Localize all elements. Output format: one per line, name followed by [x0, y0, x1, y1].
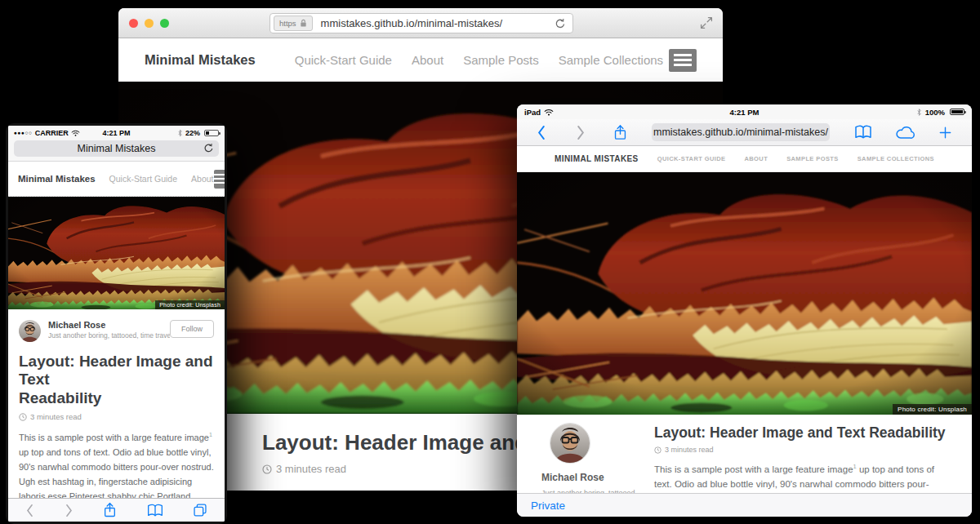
- nav-sample-collections[interactable]: Sample Collections: [858, 155, 934, 162]
- zoom-window-button[interactable]: [160, 19, 169, 28]
- site-brand-link[interactable]: Minimal Mistakes: [145, 52, 256, 68]
- carrier-label: CARRIER: [35, 129, 69, 137]
- nav-about[interactable]: About: [191, 174, 213, 184]
- desktop-site-nav: Minimal Mistakes Quick-Start Guide About…: [118, 38, 723, 82]
- iphone-bottom-toolbar: [8, 498, 225, 522]
- address-bar[interactable]: https mmistakes.github.io/minimal-mistak…: [270, 13, 573, 33]
- status-time: 4:21 PM: [730, 108, 760, 117]
- post-meta: 3 minutes read: [654, 446, 939, 454]
- ipad-device: iPad 4:21 PM 100%: [517, 104, 972, 517]
- ipad-address-field[interactable]: mmistakes.github.io/minimal-mistakes/: [652, 123, 830, 141]
- minimize-window-button[interactable]: [145, 19, 154, 28]
- ipad-browser-toolbar: mmistakes.github.io/minimal-mistakes/: [517, 119, 972, 146]
- leaves-photo: [8, 197, 225, 309]
- share-icon[interactable]: [613, 124, 627, 141]
- nav-sample-collections[interactable]: Sample Collections: [559, 53, 663, 67]
- clock-icon: [19, 413, 27, 421]
- clock-icon: [262, 464, 272, 474]
- icloud-tabs-icon[interactable]: [895, 126, 915, 140]
- nav-about[interactable]: About: [744, 155, 768, 162]
- nav-about[interactable]: About: [412, 53, 443, 67]
- private-button[interactable]: Private: [531, 500, 565, 512]
- status-time: 4:21 PM: [103, 129, 131, 137]
- nav-sample-posts[interactable]: Sample Posts: [463, 53, 539, 67]
- footnote-ref[interactable]: 1: [209, 433, 212, 439]
- tabs-icon[interactable]: [193, 503, 207, 517]
- ipad-status-bar: iPad 4:21 PM 100%: [517, 104, 972, 119]
- nav-quick-start-guide[interactable]: Quick-Start Guide: [657, 155, 726, 162]
- url-text: mmistakes.github.io/minimal-mistakes/: [653, 127, 828, 138]
- nav-sample-posts[interactable]: Sample Posts: [786, 155, 839, 162]
- leaves-photo: [517, 172, 972, 415]
- iphone-urlbar: Minimal Mistakes: [8, 140, 225, 162]
- page-title: Minimal Mistakes: [78, 143, 156, 154]
- iphone-article: Michael Rose Just another boring, tattoo…: [8, 309, 225, 522]
- menu-icon[interactable]: [214, 170, 225, 189]
- reload-icon[interactable]: [555, 18, 566, 29]
- read-time: 3 minutes read: [665, 446, 714, 454]
- menu-icon[interactable]: [669, 49, 697, 72]
- forward-chevron-icon[interactable]: [65, 504, 74, 517]
- feature-image: Photo credit: Unsplash: [8, 197, 225, 309]
- iphone-device: ●●●○○ CARRIER 4:21 PM 22% Mini: [6, 123, 227, 524]
- read-time: 3 minutes read: [276, 463, 346, 475]
- fullscreen-arrows-icon[interactable]: [700, 16, 713, 29]
- avatar: [550, 423, 590, 464]
- url-text: mmistakes.github.io/minimal-mistakes/: [313, 17, 555, 29]
- share-icon[interactable]: [103, 502, 117, 518]
- desktop-titlebar: https mmistakes.github.io/minimal-mistak…: [118, 8, 723, 38]
- wifi-icon: [71, 130, 80, 136]
- author-row: Michael Rose Just another boring, tattoo…: [19, 320, 214, 342]
- battery-icon: [950, 109, 964, 115]
- post-meta: 3 minutes read: [19, 412, 214, 421]
- iphone-screen: ●●●○○ CARRIER 4:21 PM 22% Mini: [8, 126, 225, 522]
- feature-image: Photo credit: Unsplash: [517, 172, 972, 415]
- bluetooth-icon: [916, 108, 922, 117]
- reload-icon[interactable]: [203, 143, 214, 153]
- clock-icon: [654, 446, 662, 454]
- iphone-address-field[interactable]: Minimal Mistakes: [14, 140, 219, 157]
- read-time: 3 minutes read: [30, 412, 82, 421]
- back-chevron-icon[interactable]: [25, 504, 34, 517]
- https-badge: https: [274, 16, 313, 31]
- author-name: Michael Rose: [48, 320, 170, 330]
- padlock-icon: [300, 19, 307, 28]
- iphone-status-bar: ●●●○○ CARRIER 4:21 PM 22%: [8, 126, 225, 140]
- nav-quick-start-guide[interactable]: Quick-Start Guide: [295, 53, 392, 67]
- composite-stage: https mmistakes.github.io/minimal-mistak…: [0, 0, 980, 524]
- photo-credit-label: Photo credit: Unsplash: [155, 300, 225, 309]
- battery-percent: 22%: [185, 129, 200, 137]
- ipad-site-nav: Minimal Mistakes Quick-Start Guide About…: [517, 146, 972, 172]
- wifi-icon: [544, 109, 554, 116]
- battery-icon: [204, 130, 219, 136]
- author-name: Michael Rose: [541, 472, 641, 483]
- signal-strength-icon: ●●●○○: [14, 130, 33, 135]
- reader-book-icon[interactable]: [854, 125, 872, 140]
- site-brand-link[interactable]: Minimal Mistakes: [555, 154, 639, 163]
- new-tab-icon[interactable]: [938, 126, 952, 140]
- bluetooth-icon: [177, 129, 183, 137]
- author-bio: Just another boring, tattooed, time trav…: [48, 331, 170, 340]
- nav-quick-start-guide[interactable]: Quick-Start Guide: [109, 174, 177, 184]
- battery-percent: 100%: [925, 108, 945, 117]
- photo-credit-label: Photo credit: Unsplash: [893, 404, 972, 415]
- bookmarks-book-icon[interactable]: [147, 504, 163, 517]
- https-label: https: [279, 19, 296, 28]
- forward-chevron-icon[interactable]: [576, 125, 586, 140]
- post-title: Layout: Header Image and Text Readabilit…: [19, 353, 214, 407]
- avatar: [19, 320, 41, 342]
- iphone-site-nav: Minimal Mistakes Quick-Start Guide About: [8, 162, 225, 197]
- close-window-button[interactable]: [129, 19, 138, 28]
- post-title: Layout: Header Image and Text Readabilit…: [654, 424, 939, 442]
- back-chevron-icon[interactable]: [537, 125, 546, 140]
- site-brand-link[interactable]: Minimal Mistakes: [18, 174, 96, 184]
- private-browsing-bar: Private: [517, 493, 972, 517]
- device-label: iPad: [524, 108, 541, 117]
- follow-button[interactable]: Follow: [170, 320, 214, 338]
